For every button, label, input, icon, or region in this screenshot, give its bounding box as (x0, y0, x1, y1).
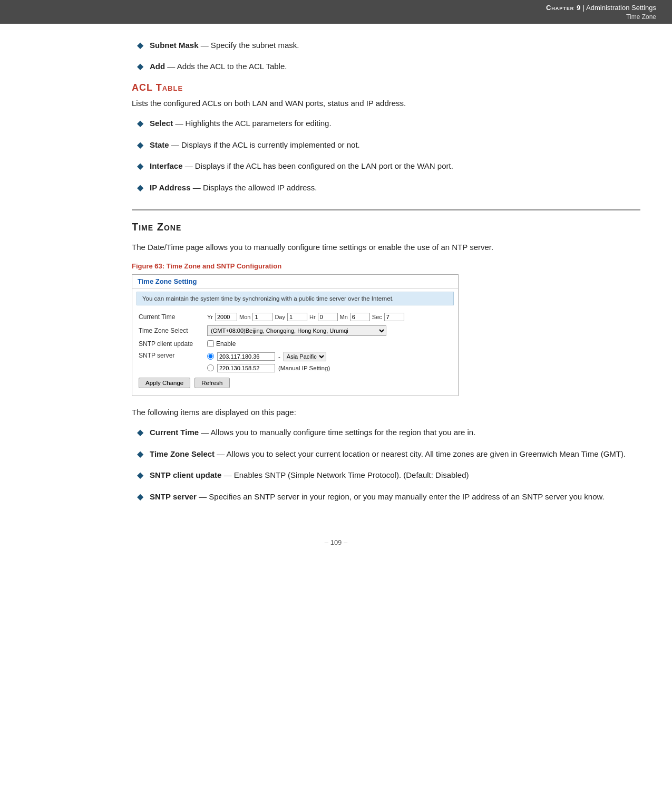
mn-label: Mn (340, 314, 348, 320)
tz-box-notice: You can maintain the system time by sync… (137, 292, 454, 305)
term-state: State (150, 140, 169, 149)
bullet-icon: ◆ (137, 449, 143, 459)
desc-select: — Highlights the ACL parameters for edit… (175, 119, 331, 128)
sntp-client-row: SNTP client update Enable (139, 340, 452, 348)
bullet-icon: ◆ (137, 427, 143, 437)
bullet-text: Select — Highlights the ACL parameters f… (150, 118, 332, 130)
bullet-text: State — Displays if the ACL is currently… (150, 139, 360, 151)
list-item: ◆ Current Time — Allows you to manually … (132, 427, 640, 439)
bullet-text: Add — Adds the ACL to the ACL Table. (150, 61, 287, 73)
sec-input[interactable] (384, 313, 404, 321)
sntp-server-options: - Asia Pacific (Manual IP Setting) (207, 352, 330, 372)
day-input[interactable] (287, 313, 307, 321)
page-footer: – 109 – (0, 528, 672, 552)
list-item: ◆ IP Address — Displays the allowed IP a… (132, 182, 640, 194)
term-sntp-server: SNTP server (150, 492, 197, 501)
sntp-option-2: (Manual IP Setting) (207, 364, 330, 372)
sntp-server2-input[interactable] (217, 364, 275, 372)
sntp-client-label: SNTP client update (139, 340, 207, 348)
term-select: Select (150, 119, 173, 128)
current-time-row: Current Time Yr Mon Day Hr Mn Sec (139, 313, 452, 321)
mon-label: Mon (239, 314, 250, 320)
sntp-enable-checkbox[interactable] (207, 340, 214, 347)
bullet-icon: ◆ (137, 61, 143, 71)
desc-subnet-mask: — Specify the subnet mask. (201, 41, 299, 50)
tz-select-dropdown[interactable]: (GMT+08:00)Beijing, Chongqing, Hong Kong… (207, 325, 386, 336)
term-tz-select: Time Zone Select (150, 449, 215, 458)
sntp-enable-row: Enable (207, 340, 236, 348)
bullet-text: Current Time — Allows you to manually co… (150, 427, 475, 439)
page-header: Chapter 9 | Administration Settings Time… (0, 0, 672, 24)
desc-tz-select: — Allows you to select your current loca… (217, 449, 626, 458)
list-item: ◆ Add — Adds the ACL to the ACL Table. (132, 61, 640, 73)
time-zone-intro: The Date/Time page allows you to manuall… (132, 242, 640, 254)
bullet-icon: ◆ (137, 182, 143, 193)
sntp-manual-label: (Manual IP Setting) (278, 365, 330, 371)
section-divider (132, 209, 640, 210)
sntp-radio-1[interactable] (207, 353, 214, 360)
list-item: ◆ SNTP server — Specifies an SNTP server… (132, 491, 640, 503)
mon-input[interactable] (252, 313, 272, 321)
desc-current-time: — Allows you to manually configure time … (201, 428, 475, 437)
chapter-label: Chapter 9 (546, 4, 581, 12)
mn-input[interactable] (350, 313, 370, 321)
time-inputs: Yr Mon Day Hr Mn Sec (207, 313, 404, 321)
sec-label: Sec (372, 314, 382, 320)
sntp-server-label: SNTP server (139, 352, 207, 359)
list-item: ◆ SNTP client update — Enables SNTP (Sim… (132, 469, 640, 482)
sub-label: Time Zone (16, 13, 656, 22)
bullet-icon: ◆ (137, 161, 143, 171)
tz-box-body: Current Time Yr Mon Day Hr Mn Sec (132, 309, 458, 396)
desc-add: — Adds the ACL to the ACL Table. (167, 62, 287, 71)
sntp-server-row: SNTP server - Asia Pacific (Manual IP Se (139, 352, 452, 372)
following-intro: The following items are displayed on thi… (132, 407, 640, 419)
desc-ip-address: — Displays the allowed IP address. (193, 183, 317, 192)
yr-label: Yr (207, 314, 213, 320)
header-separator: | (583, 4, 585, 12)
bullet-text: SNTP client update — Enables SNTP (Simpl… (150, 469, 469, 482)
day-label: Day (275, 314, 285, 320)
term-subnet-mask: Subnet Mask (150, 41, 199, 50)
sntp-separator-1: - (278, 353, 280, 360)
yr-input[interactable] (215, 313, 237, 321)
apply-change-button[interactable]: Apply Change (139, 378, 190, 388)
tz-select-row: Time Zone Select (GMT+08:00)Beijing, Cho… (139, 325, 452, 336)
time-zone-heading: Time Zone (132, 221, 640, 233)
bullet-icon: ◆ (137, 140, 143, 150)
acl-table-heading: ACL Table (132, 82, 640, 93)
list-item: ◆ Interface — Displays if the ACL has be… (132, 160, 640, 172)
term-interface: Interface (150, 161, 183, 170)
hr-input[interactable] (318, 313, 338, 321)
sntp-server1-input[interactable] (217, 352, 275, 361)
acl-intro: Lists the configured ACLs on both LAN an… (132, 98, 640, 110)
bullet-text: Interface — Displays if the ACL has been… (150, 160, 453, 172)
refresh-button[interactable]: Refresh (194, 378, 229, 388)
bullet-icon: ◆ (137, 492, 143, 502)
tz-buttons: Apply Change Refresh (139, 378, 452, 391)
term-current-time: Current Time (150, 428, 199, 437)
page-number: – 109 – (325, 538, 347, 546)
sntp-region-select[interactable]: Asia Pacific (284, 352, 326, 361)
list-item: ◆ Time Zone Select — Allows you to selec… (132, 448, 640, 460)
list-item: ◆ Select — Highlights the ACL parameters… (132, 118, 640, 130)
term-ip-address: IP Address (150, 183, 191, 192)
list-item: ◆ State — Displays if the ACL is current… (132, 139, 640, 151)
desc-sntp-server: — Specifies an SNTP server in your regio… (199, 492, 605, 501)
desc-interface: — Displays if the ACL has been configure… (185, 161, 453, 170)
time-zone-box: Time Zone Setting You can maintain the s… (132, 274, 459, 396)
bullet-text: Time Zone Select — Allows you to select … (150, 448, 626, 460)
current-time-label: Current Time (139, 313, 207, 321)
desc-state: — Displays if the ACL is currently imple… (171, 140, 360, 149)
hr-label: Hr (309, 314, 316, 320)
bullet-icon: ◆ (137, 40, 143, 50)
list-item: ◆ Subnet Mask — Specify the subnet mask. (132, 40, 640, 52)
desc-sntp-client: — Enables SNTP (Simple Network Time Prot… (224, 470, 469, 479)
tz-select-label: Time Zone Select (139, 327, 207, 334)
sntp-radio-2[interactable] (207, 364, 214, 371)
term-sntp-client: SNTP client update (150, 470, 221, 479)
figure-caption: Figure 63: Time Zone and SNTP Configurat… (132, 262, 640, 270)
bullet-text: Subnet Mask — Specify the subnet mask. (150, 40, 299, 52)
sntp-option-1: - Asia Pacific (207, 352, 330, 361)
main-content: ◆ Subnet Mask — Specify the subnet mask.… (0, 24, 672, 528)
tz-box-title: Time Zone Setting (132, 275, 458, 288)
